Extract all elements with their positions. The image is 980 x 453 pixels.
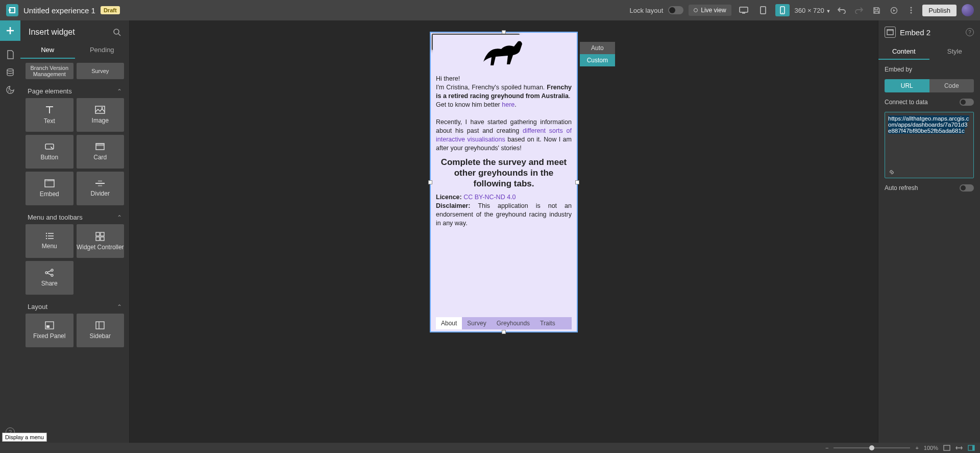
connect-data-toggle[interactable] bbox=[960, 99, 974, 106]
live-view-button[interactable]: Live view bbox=[689, 5, 731, 16]
resize-handle-e[interactable] bbox=[575, 180, 579, 184]
licence-link[interactable]: CC BY-NC-ND 4.0 bbox=[463, 194, 516, 201]
right-panel: Embed 2 ? Content Style Embed by URL Cod… bbox=[878, 20, 980, 443]
lock-layout-label: Lock layout bbox=[629, 7, 663, 14]
embed-widget-icon bbox=[885, 27, 896, 38]
user-avatar[interactable] bbox=[962, 4, 974, 16]
svg-point-10 bbox=[911, 12, 912, 14]
widget-controller-icon bbox=[95, 232, 105, 241]
divider-icon bbox=[95, 180, 105, 187]
zoom-out-icon[interactable]: − bbox=[825, 445, 828, 451]
widget-share[interactable]: Share bbox=[26, 261, 74, 295]
size-custom-button[interactable]: Custom bbox=[580, 54, 615, 66]
fit-width-icon[interactable] bbox=[955, 445, 963, 450]
content-cta: Complete the survey and meet other greyh… bbox=[436, 157, 572, 189]
embed-by-segment: URL Code bbox=[885, 79, 974, 92]
tab-greyhounds[interactable]: Greyhounds bbox=[492, 317, 535, 329]
svg-rect-31 bbox=[101, 232, 104, 236]
content-hi: Hi there! bbox=[436, 75, 572, 83]
publish-button[interactable]: Publish bbox=[922, 5, 957, 16]
canvas[interactable]: ▾ ▾ Auto Custom Hi there! I'm Cristina, bbox=[130, 20, 878, 443]
resize-handle-w[interactable] bbox=[428, 180, 432, 184]
section-layout[interactable]: Layout ⌃ bbox=[26, 295, 124, 314]
tab-about[interactable]: About bbox=[436, 317, 462, 329]
svg-point-23 bbox=[45, 180, 46, 181]
device-tablet-icon[interactable] bbox=[756, 4, 770, 16]
device-frame[interactable]: ▾ ▾ Auto Custom Hi there! I'm Cristina, bbox=[430, 32, 578, 332]
widget-sidebar[interactable]: Sidebar bbox=[77, 314, 125, 347]
widget-button[interactable]: Button bbox=[26, 135, 74, 169]
preview-icon[interactable] bbox=[888, 4, 900, 16]
seg-code-button[interactable]: Code bbox=[929, 79, 974, 92]
widget-fixed-panel[interactable]: Fixed Panel bbox=[26, 314, 74, 347]
rp-tab-style[interactable]: Style bbox=[929, 44, 981, 60]
svg-point-13 bbox=[8, 90, 9, 91]
pages-icon[interactable] bbox=[6, 50, 14, 59]
section-page-elements[interactable]: Page elements ⌃ bbox=[26, 79, 124, 98]
widget-controller[interactable]: Widget Controller bbox=[77, 224, 125, 258]
seg-url-button[interactable]: URL bbox=[885, 79, 929, 92]
save-icon[interactable] bbox=[870, 4, 883, 16]
svg-point-6 bbox=[782, 12, 783, 13]
undo-icon[interactable] bbox=[836, 4, 848, 16]
svg-point-34 bbox=[45, 272, 47, 274]
connect-data-label: Connect to data bbox=[885, 99, 928, 106]
insert-panel-title: Insert widget bbox=[29, 28, 109, 37]
chevron-up-icon: ⌃ bbox=[117, 88, 122, 95]
widget-text[interactable]: Text bbox=[26, 98, 74, 132]
app-logo[interactable] bbox=[6, 4, 18, 16]
data-icon[interactable] bbox=[6, 68, 14, 77]
insert-tab-new[interactable]: New bbox=[20, 42, 75, 59]
topbar: Untitled experience 1 Draft Lock layout … bbox=[0, 0, 980, 20]
here-link[interactable]: here bbox=[502, 101, 514, 108]
zoom-slider[interactable] bbox=[834, 447, 910, 448]
lock-layout-toggle[interactable] bbox=[668, 6, 683, 14]
widget-menu[interactable]: Menu bbox=[26, 224, 74, 258]
size-auto-button[interactable]: Auto bbox=[580, 42, 615, 54]
widget-survey[interactable]: Survey bbox=[77, 63, 125, 79]
widget-divider[interactable]: Divider bbox=[77, 172, 125, 205]
device-desktop-icon[interactable] bbox=[737, 4, 751, 16]
svg-point-35 bbox=[51, 269, 53, 271]
tab-traits[interactable]: Traits bbox=[535, 317, 560, 329]
embed-by-label: Embed by bbox=[885, 66, 974, 73]
more-icon[interactable] bbox=[905, 4, 917, 16]
svg-rect-38 bbox=[46, 325, 50, 328]
content-intro: I'm Cristina, Frenchy's spoiled human. F… bbox=[436, 83, 572, 101]
widget-embed[interactable]: Embed bbox=[26, 172, 74, 205]
experience-title[interactable]: Untitled experience 1 bbox=[23, 6, 95, 15]
svg-point-8 bbox=[911, 7, 912, 9]
widget-image[interactable]: Image bbox=[77, 98, 125, 132]
svg-rect-32 bbox=[96, 237, 100, 241]
svg-point-36 bbox=[51, 274, 53, 276]
canvas-dimensions[interactable]: 360 × 720 ▼ bbox=[795, 7, 831, 14]
greyhound-silhouette-icon bbox=[436, 39, 572, 69]
svg-rect-46 bbox=[944, 445, 950, 450]
redo-icon bbox=[853, 4, 865, 16]
insert-tab-pending[interactable]: Pending bbox=[75, 42, 130, 59]
widget-branch-version[interactable]: Branch Version Management bbox=[26, 63, 74, 79]
link-icon[interactable] bbox=[888, 169, 895, 176]
theme-icon[interactable] bbox=[6, 86, 14, 94]
autorefresh-toggle[interactable] bbox=[960, 184, 974, 192]
left-rail: ? bbox=[0, 20, 20, 443]
svg-rect-39 bbox=[96, 322, 104, 329]
insert-widget-icon[interactable] bbox=[0, 20, 20, 41]
tab-survey[interactable]: Survey bbox=[462, 317, 491, 329]
zoom-in-icon[interactable]: + bbox=[915, 445, 918, 451]
resize-handle-s[interactable] bbox=[502, 330, 506, 334]
toggle-right-panel-icon[interactable] bbox=[968, 445, 975, 451]
panel-help-icon[interactable]: ? bbox=[966, 28, 974, 36]
sidebar-icon bbox=[95, 321, 105, 329]
section-menu-toolbars[interactable]: Menu and toolbars ⌃ bbox=[26, 205, 124, 224]
rp-tab-content[interactable]: Content bbox=[878, 44, 929, 60]
live-dot-icon bbox=[694, 8, 698, 12]
svg-point-15 bbox=[114, 29, 119, 34]
content-recent: Recently, I have started gathering infor… bbox=[436, 118, 572, 153]
url-input[interactable]: https://allthatgeo.maps.arcgis.com/apps/… bbox=[885, 112, 974, 178]
text-icon bbox=[44, 105, 55, 114]
fit-screen-icon[interactable] bbox=[943, 445, 950, 451]
device-phone-icon[interactable] bbox=[775, 4, 790, 16]
search-icon[interactable] bbox=[113, 28, 121, 36]
widget-card[interactable]: Card bbox=[77, 135, 125, 169]
